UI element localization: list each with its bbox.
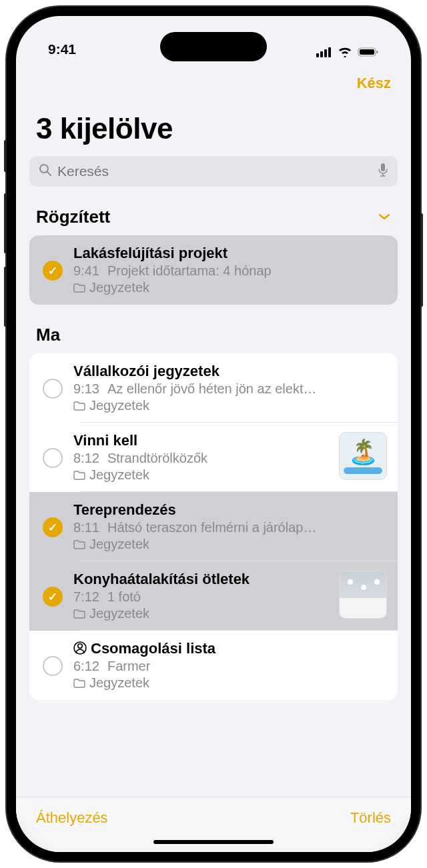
today-section-label: Ma	[36, 325, 60, 345]
note-preview: Farmer	[107, 659, 150, 674]
note-time: 9:41	[73, 263, 99, 279]
note-title: Vállalkozói jegyzetek	[73, 363, 387, 380]
svg-rect-2	[324, 49, 327, 57]
note-row[interactable]: Lakásfelújítási projekt 9:41 Projekt idő…	[29, 235, 398, 305]
note-time: 6:12	[73, 659, 99, 674]
svg-rect-6	[376, 51, 378, 53]
pinned-section-header[interactable]: Rögzített	[16, 187, 411, 235]
status-time: 9:41	[48, 41, 76, 57]
note-folder-label: Jegyzetek	[89, 606, 149, 621]
silent-switch	[4, 140, 7, 172]
note-time: 9:13	[73, 381, 99, 397]
move-button[interactable]: Áthelyezés	[36, 809, 108, 827]
svg-rect-0	[316, 53, 319, 57]
volume-down-button	[4, 267, 7, 327]
folder-icon	[73, 609, 85, 619]
phone-frame: 9:41 Kész 3 kijelölve	[7, 7, 420, 861]
svg-point-10	[78, 644, 82, 648]
note-row[interactable]: Vinni kell 8:12 Strandtörölközők Jegyzet…	[29, 423, 398, 492]
pinned-notes-group: Lakásfelújítási projekt 9:41 Projekt idő…	[29, 235, 398, 305]
selection-checkbox[interactable]	[43, 448, 63, 468]
svg-rect-3	[328, 47, 331, 57]
note-row[interactable]: Konyhaátalakítási ötletek 7:12 1 fotó Je…	[29, 561, 398, 631]
note-preview: Projekt időtartama: 4 hónap	[107, 263, 272, 279]
page-title: 3 kijelölve	[16, 100, 411, 156]
note-row[interactable]: Vállalkozói jegyzetek 9:13 Az ellenőr jö…	[29, 353, 398, 423]
volume-up-button	[4, 193, 7, 253]
selection-checkbox[interactable]	[43, 587, 63, 607]
folder-icon	[73, 401, 85, 411]
selection-checkbox[interactable]	[43, 379, 63, 399]
pinned-section-label: Rögzített	[36, 207, 110, 227]
battery-icon	[358, 47, 379, 57]
note-time: 8:11	[73, 520, 99, 535]
selection-checkbox[interactable]	[43, 656, 63, 676]
note-folder-label: Jegyzetek	[89, 675, 149, 691]
microphone-icon[interactable]	[378, 163, 388, 180]
svg-rect-5	[360, 49, 374, 55]
done-button[interactable]: Kész	[357, 75, 391, 92]
note-title: Tereprendezés	[73, 501, 387, 519]
note-title: Vinni kell	[73, 432, 328, 449]
search-icon	[39, 163, 52, 179]
search-field[interactable]	[29, 156, 398, 187]
today-section-header: Ma	[16, 305, 411, 353]
note-preview: Hátsó teraszon felmérni a járólap…	[107, 520, 316, 535]
svg-line-8	[47, 172, 51, 175]
note-thumbnail	[339, 571, 387, 619]
note-folder-label: Jegyzetek	[89, 280, 149, 295]
chevron-down-icon	[378, 211, 391, 223]
note-folder-label: Jegyzetek	[89, 467, 149, 483]
today-notes-group: Vállalkozói jegyzetek 9:13 Az ellenőr jö…	[29, 353, 398, 700]
folder-icon	[73, 471, 85, 480]
note-time: 7:12	[73, 589, 99, 605]
svg-rect-1	[320, 51, 323, 57]
note-thumbnail	[339, 432, 387, 480]
note-row[interactable]: Tereprendezés 8:11 Hátsó teraszon felmér…	[29, 492, 398, 561]
note-title: Csomagolási lista	[73, 640, 387, 657]
selection-checkbox[interactable]	[43, 517, 63, 537]
power-button	[420, 213, 423, 307]
shared-icon	[73, 641, 87, 655]
delete-button[interactable]: Törlés	[350, 809, 391, 827]
home-indicator[interactable]	[153, 840, 274, 844]
cellular-icon	[316, 47, 332, 57]
note-preview: 1 fotó	[107, 589, 141, 605]
note-preview: Az ellenőr jövő héten jön az elekt…	[107, 381, 317, 397]
screen: 9:41 Kész 3 kijelölve	[16, 16, 411, 852]
selection-checkbox[interactable]	[43, 261, 63, 281]
folder-icon	[73, 283, 85, 293]
note-title: Lakásfelújítási projekt	[73, 245, 387, 262]
wifi-icon	[338, 47, 352, 57]
folder-icon	[73, 679, 85, 688]
note-time: 8:12	[73, 451, 99, 466]
note-row[interactable]: Csomagolási lista 6:12 Farmer Jegyzetek	[29, 631, 398, 700]
note-title: Konyhaátalakítási ötletek	[73, 571, 328, 588]
folder-icon	[73, 540, 85, 549]
note-folder-label: Jegyzetek	[89, 398, 149, 413]
svg-point-7	[40, 165, 48, 173]
note-folder-label: Jegyzetek	[89, 537, 149, 552]
svg-rect-9	[381, 163, 385, 171]
dynamic-island	[160, 32, 267, 61]
search-input[interactable]	[57, 163, 372, 179]
note-preview: Strandtörölközők	[107, 451, 207, 466]
